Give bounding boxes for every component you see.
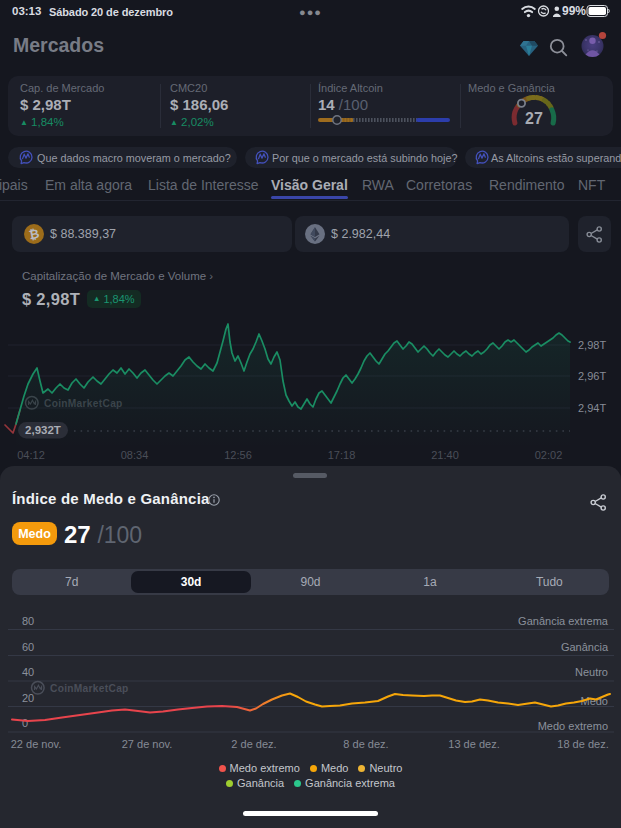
svg-text:18 de dez.: 18 de dez. [557, 738, 608, 750]
svg-text:17:18: 17:18 [328, 449, 356, 461]
svg-text:40: 40 [22, 666, 34, 678]
svg-text:2,94T: 2,94T [578, 402, 606, 414]
svg-text:13 de dez.: 13 de dez. [448, 738, 499, 750]
svg-text:CoinMarketCap: CoinMarketCap [50, 683, 129, 694]
svg-text:Neutro: Neutro [575, 666, 608, 678]
svg-text:08:34: 08:34 [121, 449, 149, 461]
svg-text:2 de dez.: 2 de dez. [231, 738, 276, 750]
svg-text:2,96T: 2,96T [578, 370, 606, 382]
svg-text:04:12: 04:12 [17, 449, 45, 461]
svg-text:Ganância: Ganância [561, 641, 609, 653]
svg-text:Medo extremo: Medo extremo [538, 720, 608, 732]
svg-text:20: 20 [22, 692, 34, 704]
svg-text:8 de dez.: 8 de dez. [343, 738, 388, 750]
svg-text:Ganância extrema: Ganância extrema [518, 615, 609, 627]
svg-text:60: 60 [22, 641, 34, 653]
svg-text:12:56: 12:56 [224, 449, 252, 461]
svg-text:21:40: 21:40 [431, 449, 459, 461]
svg-text:02:02: 02:02 [535, 449, 563, 461]
svg-text:2,932T: 2,932T [25, 424, 61, 436]
svg-text:2,98T: 2,98T [578, 339, 606, 351]
svg-text:80: 80 [22, 615, 34, 627]
svg-text:27 de nov.: 27 de nov. [122, 738, 173, 750]
svg-text:0: 0 [22, 717, 28, 729]
svg-text:22 de nov.: 22 de nov. [11, 738, 62, 750]
